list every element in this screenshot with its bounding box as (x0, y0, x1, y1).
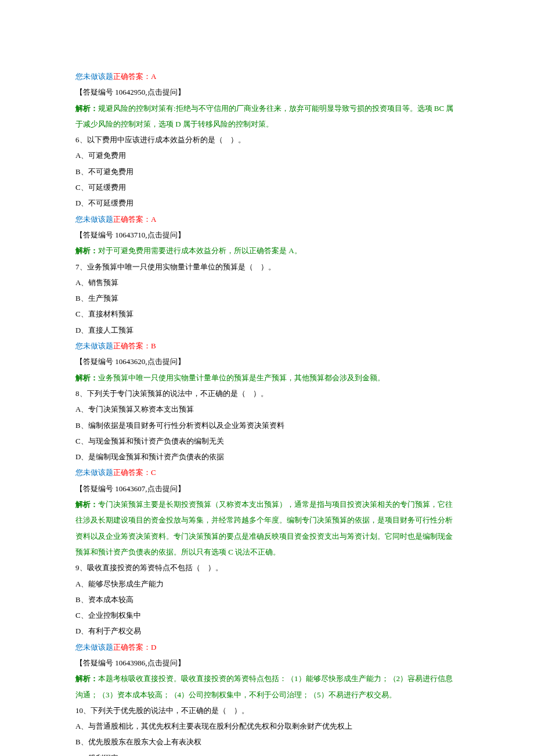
explanation-label: 解析： (75, 104, 98, 113)
explanation-line: 解析：本题考核吸收直接投资。吸收直接投资的筹资特点包括：（1）能够尽快形成生产能… (75, 671, 459, 703)
option-text: A、销售预算 (75, 275, 459, 290)
explanation-text: 业务预算中唯一只使用实物量计量单位的预算是生产预算，其他预算都会涉及到金额。 (98, 373, 385, 382)
explanation-label: 解析： (75, 674, 98, 683)
reference-number[interactable]: 【答疑编号 10642950,点击提问】 (75, 84, 459, 100)
option-text: A、与普通股相比，其优先权利主要表现在股利分配优先权和分取剩余财产优先权上 (75, 718, 459, 734)
option-text: D、不可延缓费用 (75, 195, 459, 211)
explanation-line: 解析：对于可避免费用需要进行成本效益分析，所以正确答案是 A。 (75, 243, 459, 258)
correct-answer-label: 正确答案：D (113, 643, 156, 651)
reference-number[interactable]: 【答疑编号 10643607,点击提问】 (75, 481, 459, 496)
not-done-label: 您未做该题 (75, 468, 113, 477)
option-text: D、有利于产权交易 (75, 623, 459, 639)
explanation-line: 解析：专门决策预算主要是长期投资预算（又称资本支出预算），通常是指与项目投资决策… (75, 496, 459, 560)
option-text: D、是编制现金预算和预计资产负债表的依据 (75, 449, 459, 465)
explanation-text: 专门决策预算主要是长期投资预算（又称资本支出预算），通常是指与项目投资决策相关的… (75, 500, 453, 556)
option-text: A、专门决策预算又称资本支出预算 (75, 401, 459, 417)
option-text: C、直接材料预算 (75, 306, 459, 322)
explanation-text: 规避风险的控制对策有:拒绝与不守信用的厂商业务往来，放弃可能明显导致亏损的投资项… (75, 104, 453, 128)
answer-line: 您未做该题正确答案：D (75, 639, 459, 655)
option-text: B、生产预算 (75, 290, 459, 306)
answer-line: 您未做该题正确答案：A (75, 69, 459, 84)
not-done-label: 您未做该题 (75, 215, 113, 224)
explanation-text: 对于可避免费用需要进行成本效益分析，所以正确答案是 A。 (98, 246, 302, 255)
reference-number[interactable]: 【答疑编号 10643710,点击提问】 (75, 227, 459, 243)
question-text: 10、下列关于优先股的说法中，不正确的是（ ）。 (75, 703, 459, 718)
explanation-text: 本题考核吸收直接投资。吸收直接投资的筹资特点包括：（1）能够尽快形成生产能力；（… (75, 674, 453, 699)
answer-line: 您未做该题正确答案：A (75, 211, 459, 227)
correct-answer-label: 正确答案：C (113, 468, 156, 477)
not-done-label: 您未做该题 (75, 643, 113, 651)
option-text: C、股利固定 (75, 750, 459, 756)
option-text: D、直接人工预算 (75, 322, 459, 338)
explanation-line: 解析：规避风险的控制对策有:拒绝与不守信用的厂商业务往来，放弃可能明显导致亏损的… (75, 100, 459, 132)
explanation-line: 解析：业务预算中唯一只使用实物量计量单位的预算是生产预算，其他预算都会涉及到金额… (75, 370, 459, 386)
option-text: B、优先股股东在股东大会上有表决权 (75, 734, 459, 750)
question-text: 9、吸收直接投资的筹资特点不包括（ ）。 (75, 560, 459, 575)
option-text: A、能够尽快形成生产能力 (75, 576, 459, 592)
answer-line: 您未做该题正确答案：C (75, 465, 459, 480)
explanation-label: 解析： (75, 246, 98, 255)
reference-number[interactable]: 【答疑编号 10643986,点击提问】 (75, 655, 459, 671)
explanation-label: 解析： (75, 373, 98, 382)
correct-answer-label: 正确答案：A (113, 215, 156, 224)
option-text: C、与现金预算和预计资产负债表的编制无关 (75, 433, 459, 449)
option-text: A、可避免费用 (75, 147, 459, 163)
option-text: B、编制依据是项目财务可行性分析资料以及企业筹资决策资料 (75, 417, 459, 433)
not-done-label: 您未做该题 (75, 341, 113, 350)
correct-answer-label: 正确答案：B (113, 341, 156, 350)
option-text: B、资本成本较高 (75, 592, 459, 607)
reference-number[interactable]: 【答疑编号 10643620,点击提问】 (75, 354, 459, 369)
question-text: 8、下列关于专门决策预算的说法中，不正确的是（ ）。 (75, 386, 459, 401)
option-text: B、不可避免费用 (75, 164, 459, 179)
correct-answer-label: 正确答案：A (113, 72, 156, 81)
question-text: 6、以下费用中应该进行成本效益分析的是（ ）。 (75, 132, 459, 147)
answer-line: 您未做该题正确答案：B (75, 338, 459, 354)
option-text: C、企业控制权集中 (75, 607, 459, 623)
explanation-label: 解析： (75, 500, 98, 509)
not-done-label: 您未做该题 (75, 72, 113, 81)
question-text: 7、业务预算中唯一只使用实物量计量单位的预算是（ ）。 (75, 259, 459, 275)
option-text: C、可延缓费用 (75, 179, 459, 195)
